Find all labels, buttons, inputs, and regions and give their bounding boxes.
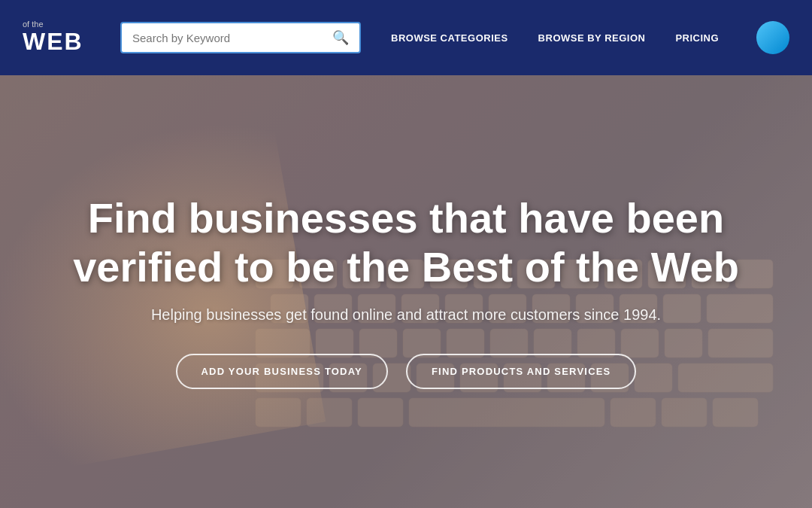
- svg-rect-50: [713, 398, 758, 427]
- svg-rect-46: [358, 398, 403, 427]
- search-icon[interactable]: 🔍: [332, 29, 349, 46]
- add-business-button[interactable]: ADD YOUR BUSINESS TODAY: [176, 354, 388, 389]
- logo-web-text: WEB: [23, 29, 83, 55]
- search-box[interactable]: 🔍: [120, 22, 361, 53]
- nav-pricing[interactable]: PRICING: [675, 32, 719, 44]
- hero-content: Find businesses that have been verified …: [30, 194, 782, 389]
- header: of the WEB 🔍 BROWSE CATEGORIES BROWSE BY…: [0, 0, 812, 75]
- search-input[interactable]: [132, 32, 332, 44]
- hero-subtitle: Helping businesses get found online and …: [60, 306, 752, 324]
- svg-rect-47: [409, 398, 604, 427]
- hero-section: Find businesses that have been verified …: [0, 75, 812, 508]
- nav-browse-region[interactable]: BROWSE BY REGION: [538, 32, 646, 44]
- avatar[interactable]: [756, 21, 789, 54]
- svg-rect-48: [611, 398, 656, 427]
- logo: of the WEB: [23, 20, 90, 55]
- find-products-button[interactable]: FIND PRODUCTS AND SERVICES: [406, 354, 637, 389]
- hero-buttons: ADD YOUR BUSINESS TODAY FIND PRODUCTS AN…: [60, 354, 752, 389]
- main-nav: BROWSE CATEGORIES BROWSE BY REGION PRICI…: [391, 32, 719, 44]
- nav-browse-categories[interactable]: BROWSE CATEGORIES: [391, 32, 508, 44]
- hero-title: Find businesses that have been verified …: [60, 194, 752, 291]
- svg-rect-49: [662, 398, 707, 427]
